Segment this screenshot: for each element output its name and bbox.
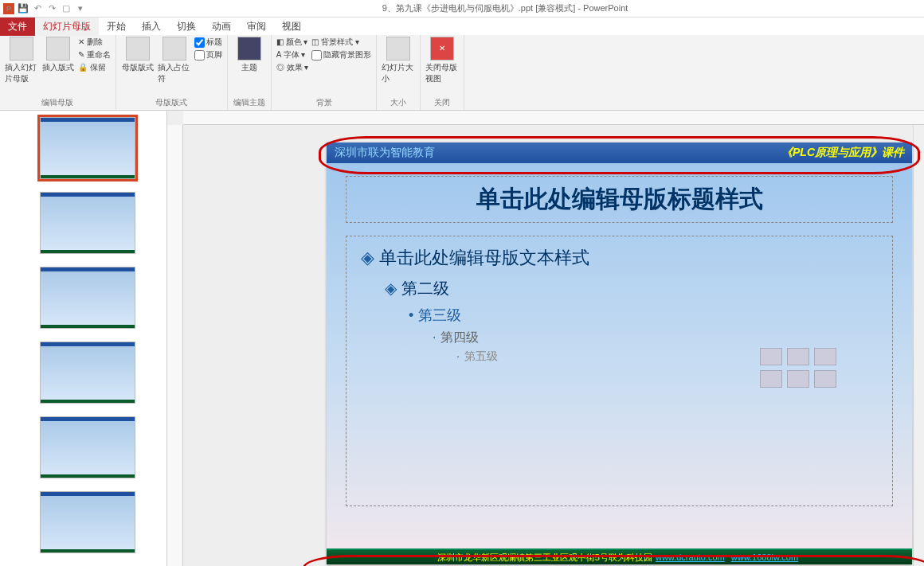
text-level-4: ·第四级 [433,330,878,346]
insert-placeholder-button[interactable]: 插入占位符 [158,37,191,84]
tab-review[interactable]: 审阅 [239,18,274,36]
text-level-1: ◈单击此处编辑母版文本样式 [361,246,878,270]
thumbnail-layout[interactable] [40,416,135,478]
horizontal-ruler [183,111,924,125]
redo-icon[interactable]: ↷ [46,3,57,14]
master-title-placeholder[interactable]: 单击此处编辑母版标题样式 [346,176,893,223]
tab-animation[interactable]: 动画 [204,18,239,36]
start-slideshow-icon[interactable]: ▢ [61,3,72,14]
slide-header-left: 深圳市联为智能教育 [335,146,435,160]
vertical-scrollbar[interactable] [913,125,924,566]
footer-link-1[interactable]: www.dcrauto.com [656,552,725,562]
text-level-2: ◈第二级 [385,278,878,299]
insert-video-icon[interactable] [814,370,836,388]
thumbnail-pane[interactable] [0,111,167,566]
save-icon[interactable]: 💾 [18,3,29,14]
footer-link-2[interactable]: www.1688lw.com [731,552,798,562]
effects-button[interactable]: ◎ 效果 ▾ [276,62,309,73]
undo-icon[interactable]: ↶ [32,3,43,14]
fonts-button[interactable]: A 字体 ▾ [276,49,309,61]
thumbnail-layout[interactable] [40,192,135,254]
text-level-3: •第三级 [409,306,878,325]
title-bar: P 💾 ↶ ↷ ▢ ▾ 9、第九课《步进电机与伺服电机》.ppt [兼容模式] … [0,0,924,18]
content-placeholder-icons [760,348,836,388]
insert-layout-button[interactable]: 插入版式 [41,37,75,73]
insert-table-icon[interactable] [760,348,782,365]
rename-button[interactable]: ✎ 重命名 [78,49,111,61]
footer-address: 深圳市龙华新区观澜镇第三工业区观中街5号联为科技园 [437,552,652,564]
thumbnail-layout[interactable] [40,267,135,329]
ribbon-group-master-layout: 母版版式 插入占位符 标题 页脚 母版版式 [116,35,228,110]
slide-header-right: 《PLC原理与应用》课件 [781,146,904,160]
tab-home[interactable]: 开始 [99,18,134,36]
master-body-placeholder[interactable]: ◈单击此处编辑母版文本样式 ◈第二级 •第三级 ·第四级 ·第五级 [346,236,893,506]
thumbnail-master[interactable] [40,117,135,179]
insert-online-picture-icon[interactable] [787,370,809,388]
theme-button[interactable]: 主题 [233,37,266,73]
title-checkbox[interactable]: 标题 [194,37,222,48]
delete-button[interactable]: ✕ 删除 [78,37,111,48]
powerpoint-icon: P [3,3,14,14]
thumbnail-layout[interactable] [40,491,135,553]
ribbon: 插入幻灯片母版 插入版式 ✕ 删除 ✎ 重命名 🔒 保留 编辑母版 母版版式 插… [0,35,924,111]
tab-slide-master[interactable]: 幻灯片母版 [35,18,99,36]
work-area: 深圳市联为智能教育 《PLC原理与应用》课件 单击此处编辑母版标题样式 ◈单击此… [0,111,924,566]
slide-footer-bar: 深圳市龙华新区观澜镇第三工业区观中街5号联为科技园 www.dcrauto.co… [327,548,912,564]
tab-view[interactable]: 视图 [274,18,309,36]
ribbon-group-size: 幻灯片大小 大小 [377,35,421,110]
ribbon-tabs: 文件 幻灯片母版 开始 插入 切换 动画 审阅 视图 [0,18,924,35]
hide-bg-checkbox[interactable]: 隐藏背景图形 [311,49,371,61]
insert-picture-icon[interactable] [760,370,782,388]
insert-slide-master-button[interactable]: 插入幻灯片母版 [5,37,38,84]
quick-access-toolbar: P 💾 ↶ ↷ ▢ ▾ [0,3,86,14]
canvas-area: 深圳市联为智能教育 《PLC原理与应用》课件 单击此处编辑母版标题样式 ◈单击此… [167,111,924,566]
preserve-button[interactable]: 🔒 保留 [78,62,111,73]
tab-insert[interactable]: 插入 [134,18,169,36]
master-layout-button[interactable]: 母版版式 [121,37,155,73]
ribbon-group-edit-theme: 主题 编辑主题 [228,35,272,110]
insert-smartart-icon[interactable] [814,348,836,365]
thumbnail-layout[interactable] [40,342,135,404]
ribbon-group-background: ◧ 颜色 ▾ A 字体 ▾ ◎ 效果 ▾ ◫ 背景样式 ▾ 隐藏背景图形 背景 [272,35,378,110]
tab-transition[interactable]: 切换 [169,18,204,36]
colors-button[interactable]: ◧ 颜色 ▾ [276,37,309,48]
ribbon-group-close: ✕关闭母版视图 关闭 [421,35,464,110]
bg-styles-button[interactable]: ◫ 背景样式 ▾ [311,37,371,48]
slide-header-bar: 深圳市联为智能教育 《PLC原理与应用》课件 [327,142,912,163]
slide-master[interactable]: 深圳市联为智能教育 《PLC原理与应用》课件 单击此处编辑母版标题样式 ◈单击此… [327,142,912,564]
footer-checkbox[interactable]: 页脚 [194,49,222,61]
vertical-ruler [167,125,183,566]
qat-dropdown-icon[interactable]: ▾ [75,3,86,14]
tab-file[interactable]: 文件 [0,18,35,36]
insert-chart-icon[interactable] [787,348,809,365]
slide-size-button[interactable]: 幻灯片大小 [382,37,415,84]
window-title: 9、第九课《步进电机与伺服电机》.ppt [兼容模式] - PowerPoint [86,2,924,14]
ribbon-group-edit-master: 插入幻灯片母版 插入版式 ✕ 删除 ✎ 重命名 🔒 保留 编辑母版 [0,35,116,110]
close-master-button[interactable]: ✕关闭母版视图 [425,37,459,84]
